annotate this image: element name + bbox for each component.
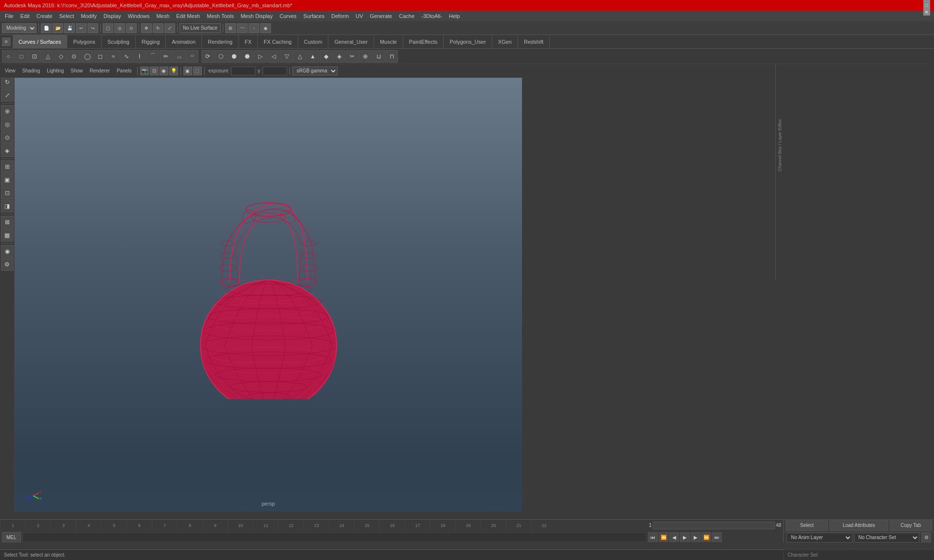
- surf-birail-btn[interactable]: ▽: [280, 50, 293, 63]
- menu-mesh-display[interactable]: Mesh Display: [238, 12, 276, 20]
- menu-select[interactable]: Select: [56, 12, 77, 20]
- three-pt-arc-btn[interactable]: ⌓: [173, 50, 185, 63]
- menu-cache[interactable]: Cache: [396, 12, 417, 20]
- surf-loft-btn[interactable]: ⬡: [215, 50, 227, 63]
- layout-single[interactable]: ▣: [1, 174, 14, 186]
- tab-polygons[interactable]: Polygons: [67, 35, 101, 48]
- show-manipulator[interactable]: ◈: [1, 144, 14, 157]
- snap-settings[interactable]: ◉: [1, 245, 14, 258]
- renderer-menu[interactable]: Renderer: [87, 67, 113, 74]
- universal-manipulator[interactable]: ⊕: [1, 105, 14, 118]
- tab-sculpting[interactable]: Sculpting: [102, 35, 136, 48]
- camera-btn[interactable]: 📷: [140, 67, 149, 75]
- gamma-input[interactable]: 1.00: [263, 67, 287, 75]
- menu-mesh-tools[interactable]: Mesh Tools: [204, 12, 236, 20]
- tab-fx[interactable]: FX: [239, 35, 258, 48]
- surf-planar-btn[interactable]: ▷: [254, 50, 267, 63]
- nurbs-cube-btn[interactable]: □: [15, 50, 28, 63]
- menu-windows[interactable]: Windows: [125, 12, 153, 20]
- main-viewport[interactable]: persp X Y Z: [15, 78, 522, 511]
- bool-diff-btn[interactable]: ⊓: [385, 50, 398, 63]
- render-globals[interactable]: ⚙: [1, 258, 14, 271]
- menu-edit[interactable]: Edit: [18, 12, 33, 20]
- tab-muscle[interactable]: Muscle: [374, 35, 403, 48]
- frame-all-btn[interactable]: ⊠: [1, 216, 14, 228]
- menu-modify[interactable]: Modify: [78, 12, 99, 20]
- light-btn[interactable]: 💡: [169, 67, 178, 75]
- menu-help[interactable]: Help: [446, 12, 463, 20]
- untrim-btn[interactable]: ⊕: [359, 50, 372, 63]
- menu-display[interactable]: Display: [101, 12, 124, 20]
- soft-mod-tool[interactable]: ◎: [1, 118, 14, 131]
- exposure-input[interactable]: 0.00: [231, 67, 255, 75]
- tab-fx-caching[interactable]: FX Caching: [258, 35, 298, 48]
- tab-custom[interactable]: Custom: [298, 35, 329, 48]
- layout-side[interactable]: ◨: [1, 200, 14, 212]
- quick-layout-btn[interactable]: ⊞: [1, 160, 14, 173]
- surf-sq-btn[interactable]: ▲: [306, 50, 319, 63]
- color-profile-select[interactable]: sRGB gamma: [292, 67, 338, 75]
- nurbs-cone-btn[interactable]: △: [41, 50, 54, 63]
- tab-general-user[interactable]: General_User: [328, 35, 374, 48]
- two-pt-arc-btn[interactable]: ⌔: [186, 50, 198, 63]
- tab-rendering[interactable]: Rendering: [202, 35, 239, 48]
- tab-painteffects[interactable]: PaintEffects: [403, 35, 444, 48]
- surf-offset-btn[interactable]: ◈: [333, 50, 345, 63]
- undo-btn[interactable]: ↩: [76, 23, 87, 33]
- iso-sel-btn[interactable]: ▣: [183, 67, 192, 75]
- next-frame-btn[interactable]: ▶: [691, 532, 700, 542]
- tab-xgen[interactable]: XGen: [492, 35, 518, 48]
- bool-union-btn[interactable]: ⊔: [372, 50, 385, 63]
- select-btn[interactable]: ▢: [103, 23, 113, 33]
- play-btn[interactable]: ▶: [680, 532, 690, 542]
- rotate-tool-btn[interactable]: ↻: [153, 23, 163, 33]
- snap-curve-btn[interactable]: 〰: [237, 23, 248, 33]
- open-btn[interactable]: 📂: [53, 23, 63, 33]
- curve-ep-btn[interactable]: ≈: [107, 50, 120, 63]
- move-tool-btn[interactable]: ✥: [141, 23, 152, 33]
- curve-cv-btn[interactable]: ∿: [120, 50, 133, 63]
- sculpt-tool[interactable]: ⊙: [1, 131, 14, 144]
- panels-menu[interactable]: Panels: [114, 67, 135, 74]
- menu-generate[interactable]: Generate: [367, 12, 395, 20]
- nurbs-square-btn[interactable]: ◻: [94, 50, 107, 63]
- surf-revol-btn[interactable]: ⟳: [201, 50, 214, 63]
- jump-start-btn[interactable]: ⏮: [648, 532, 658, 542]
- nurbs-cyl-btn[interactable]: ⊡: [28, 50, 41, 63]
- menu-create[interactable]: Create: [34, 12, 55, 20]
- mel-label-btn[interactable]: MEL: [2, 532, 21, 542]
- menu-edit-mesh[interactable]: Edit Mesh: [173, 12, 203, 20]
- surf-bevel-btn[interactable]: ⬣: [241, 50, 253, 63]
- curve-bez-btn[interactable]: ⌇: [133, 50, 146, 63]
- save-btn[interactable]: 💾: [64, 23, 75, 33]
- nurbs-torus-btn[interactable]: ⊙: [68, 50, 80, 63]
- nurbs-circle-btn[interactable]: ◯: [81, 50, 93, 63]
- surf-sweep-btn[interactable]: ◁: [267, 50, 280, 63]
- tab-redshift[interactable]: Redshift: [518, 35, 550, 48]
- lasso-btn[interactable]: ◎: [114, 23, 125, 33]
- close-button[interactable]: ✕: [923, 9, 930, 16]
- tab-animation[interactable]: Animation: [166, 35, 202, 48]
- pencil-btn[interactable]: ✏: [160, 50, 172, 63]
- menu-uv[interactable]: UV: [353, 12, 366, 20]
- menu-file[interactable]: File: [2, 12, 17, 20]
- view-menu[interactable]: View: [2, 67, 18, 74]
- prev-frame-btn[interactable]: ◀: [669, 532, 679, 542]
- scale-tool[interactable]: ⤢: [1, 89, 14, 102]
- menu-surfaces[interactable]: Surfaces: [301, 12, 327, 20]
- snap-grid-btn[interactable]: ⊞: [225, 23, 236, 33]
- arc-tool-btn[interactable]: ⌒: [146, 50, 159, 63]
- paint-sel-btn[interactable]: ⊙: [126, 23, 137, 33]
- wireframe-btn[interactable]: ⊡: [150, 67, 159, 75]
- maximize-button[interactable]: □: [923, 2, 930, 9]
- surf-fillet-btn[interactable]: ◆: [320, 50, 332, 63]
- next-key-btn[interactable]: ⏩: [701, 532, 711, 542]
- tab-rigging[interactable]: Rigging: [136, 35, 166, 48]
- tab-curves-surfaces[interactable]: Curves / Surfaces: [13, 35, 67, 48]
- snap-surface-btn[interactable]: ◉: [260, 23, 271, 33]
- trim-btn[interactable]: ✂: [346, 50, 359, 63]
- menu-mesh[interactable]: Mesh: [153, 12, 172, 20]
- xray-btn[interactable]: ⬚: [193, 67, 202, 75]
- new-scene-btn[interactable]: 📄: [41, 23, 52, 33]
- tab-polygons-user[interactable]: Polygons_User: [444, 35, 492, 48]
